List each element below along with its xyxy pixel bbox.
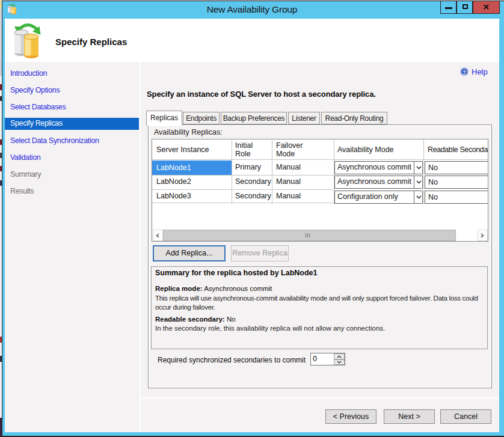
svg-text:?: ? [463, 69, 466, 75]
